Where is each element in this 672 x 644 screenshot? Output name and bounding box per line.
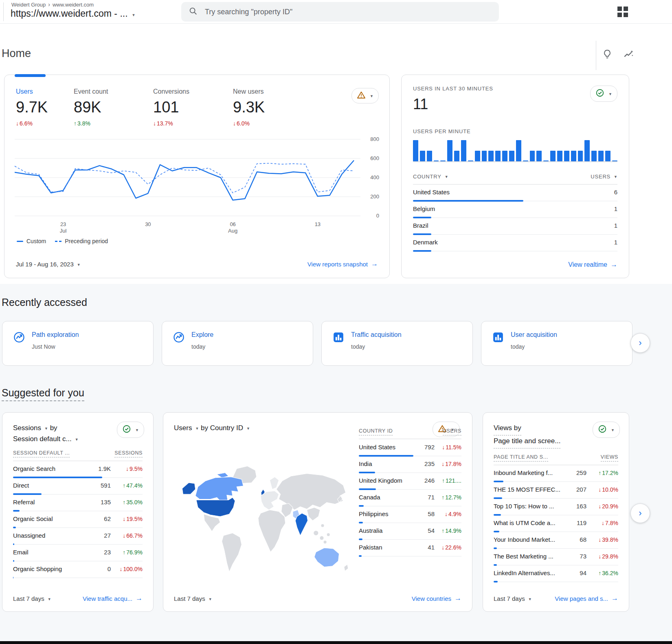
dimension-selector[interactable]: Session default c... (13, 433, 79, 444)
view-realtime-link[interactable]: View realtime (568, 261, 617, 269)
table-row: United States79211.5% (359, 440, 461, 456)
view-traffic-acquisition-link[interactable]: View traffic acqu... (83, 594, 143, 602)
view-reports-snapshot-link[interactable]: View reports snapshot (307, 260, 378, 268)
row-label: Brazil (413, 222, 594, 229)
date-range-selector[interactable]: Jul 19 - Aug 16, 2023 (16, 261, 81, 268)
country-column-header[interactable]: COUNTRY (413, 173, 448, 180)
row-value: 246 (414, 477, 435, 484)
recent-card-explore[interactable]: Exploretoday (162, 321, 313, 366)
world-map[interactable] (171, 455, 352, 577)
data-quality-warning-pill[interactable] (351, 88, 379, 103)
country-table: United States79211.5%India23517.8%United… (359, 440, 461, 556)
dimension-column-header[interactable]: PAGE TITLE AND S... (494, 454, 548, 462)
table-row: Top 10 Tips: How to ...16320.9% (494, 499, 618, 515)
insights-lightbulb-icon[interactable] (601, 48, 613, 60)
metric-tab-users[interactable]: Users9.7K6.6% (16, 88, 74, 127)
users-column-header[interactable]: USERS (591, 173, 617, 180)
dimension-selector[interactable]: Page title and scree... (494, 435, 560, 448)
breadcrumb-property[interactable]: www.weidert.com (53, 2, 94, 8)
chevron-right-icon (48, 1, 50, 8)
metric-delta: 13.7% (153, 120, 233, 127)
svg-text:Jul: Jul (60, 228, 67, 234)
table-row-main: Your Inbound Market...6839.8% (494, 532, 618, 547)
row-label: Unassigned (13, 532, 87, 539)
row-label: Inbound Marketing f... (494, 469, 563, 476)
report-icon (492, 331, 504, 343)
recent-card-path-exploration[interactable]: Path explorationJust Now (2, 321, 154, 366)
row-value: 54 (414, 527, 435, 534)
table-row: Referral13535.0% (13, 495, 143, 511)
date-range-selector[interactable]: Last 7 days (494, 595, 532, 602)
metric-tab-conversions[interactable]: Conversions10113.7% (153, 88, 233, 127)
view-pages-link[interactable]: View pages and s... (555, 594, 618, 602)
row-delta: 12.7% (435, 494, 461, 501)
breadcrumb: Weidert Group www.weidert.com (11, 1, 94, 8)
chevron-down-icon (528, 595, 532, 602)
metric-value: 9.3K (233, 99, 314, 116)
row-delta: 7.8% (586, 520, 618, 526)
users-per-minute-title: USERS PER MINUTE (413, 128, 617, 134)
recent-card-label: Traffic acquisition (351, 331, 402, 338)
table-row-main: Belgium1 (413, 201, 617, 216)
insights-sparkline-icon[interactable] (622, 48, 635, 60)
table-row: Australia5414.9% (359, 523, 461, 540)
table-row-main: Direct59147.4% (13, 478, 143, 493)
breadcrumb-account[interactable]: Weidert Group (11, 2, 46, 8)
check-circle-icon (595, 88, 604, 99)
row-value: 259 (563, 469, 586, 476)
search-bar[interactable] (181, 2, 499, 22)
metric-selector[interactable]: Users (174, 422, 199, 433)
dimension-column-header[interactable]: SESSION DEFAULT ... (13, 450, 70, 457)
minute-bar (454, 151, 459, 161)
realtime-table-header: COUNTRY USERS (413, 173, 617, 185)
row-value-bar (413, 250, 431, 252)
recent-card-label: Explore (191, 331, 213, 338)
views-ok-pill[interactable] (593, 422, 620, 438)
metric-tab-new-users[interactable]: New users9.3K6.0% (233, 88, 314, 127)
warning-icon (357, 91, 366, 101)
row-delta: 39.8% (586, 536, 618, 543)
home-header-icons (601, 48, 635, 60)
row-delta: 10.0% (586, 486, 618, 493)
row-delta: 36.2% (586, 570, 618, 576)
users-trend-chart: 020040060080023Jul3006Aug13 (4, 134, 390, 236)
metric-column-header[interactable]: VIEWS (601, 454, 618, 462)
dimension-selector[interactable]: by Country ID (201, 422, 250, 433)
diagnostics-grid-icon[interactable] (617, 7, 628, 17)
link-label: View reports snapshot (307, 261, 368, 268)
realtime-ok-pill[interactable] (590, 86, 617, 102)
carousel-next-button[interactable]: › (630, 503, 650, 523)
row-delta: 35.0% (111, 499, 143, 506)
row-label: Pakistan (359, 544, 414, 551)
dimension-column-header[interactable]: COUNTRY ID (359, 428, 393, 435)
date-range-selector[interactable]: Last 7 days (174, 595, 212, 602)
sessions-ok-pill[interactable] (117, 422, 144, 438)
series-custom (15, 160, 354, 200)
row-value-bar (359, 555, 362, 557)
legend-item-custom: Custom (17, 238, 46, 244)
recent-card-body: Path explorationJust Now (32, 331, 79, 356)
row-delta: 9.5% (111, 466, 143, 472)
metric-column-header[interactable]: USERS (443, 428, 461, 435)
row-value: 207 (563, 486, 586, 493)
table-row-main: The Best Marketing ...7329.8% (494, 549, 618, 564)
search-input[interactable] (204, 7, 465, 17)
property-selector[interactable]: https://www.weidert.com - ... (11, 8, 136, 19)
metric-column-header[interactable]: SESSIONS (114, 450, 143, 457)
carousel-next-button[interactable]: › (630, 333, 650, 353)
metric-tab-event-count[interactable]: Event count89K3.8% (74, 88, 153, 127)
metric-selector[interactable]: Sessions (13, 422, 48, 433)
minute-bar (509, 151, 514, 161)
metric-label: Conversions (153, 88, 233, 95)
row-delta: 47.4% (111, 482, 143, 489)
recent-card-traffic-acquisition[interactable]: Traffic acquisitiontoday (321, 321, 473, 366)
minute-bar (557, 151, 562, 161)
minute-bar (413, 140, 418, 161)
dashed-line-swatch-icon (55, 241, 61, 242)
view-countries-link[interactable]: View countries (412, 594, 461, 602)
table-row-main: United States6 (413, 185, 617, 200)
metric-selector[interactable]: Views by (494, 422, 521, 435)
minute-bar (571, 151, 576, 161)
date-range-selector[interactable]: Last 7 days (13, 595, 51, 602)
recent-card-user-acquisition[interactable]: User acquisitiontoday (481, 321, 632, 366)
